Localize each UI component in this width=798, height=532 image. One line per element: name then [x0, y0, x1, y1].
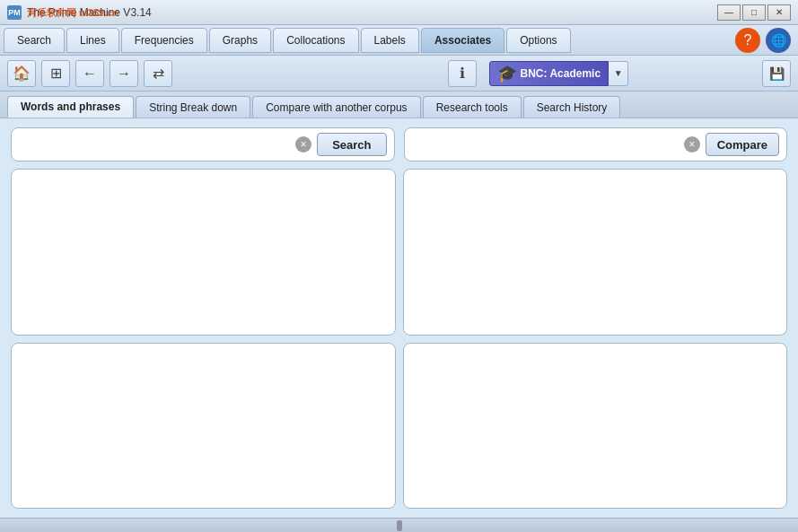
- app-icon: PM: [7, 5, 22, 20]
- menu-tab-options[interactable]: Options: [506, 28, 570, 53]
- corpus-name: BNC: Academic: [521, 67, 601, 80]
- title-bar: PM 河乐软件网 ui359.cn The Prime Machine V3.1…: [0, 0, 798, 25]
- menu-tab-frequencies[interactable]: Frequencies: [121, 28, 207, 53]
- corpus-hat-icon: 🎓: [497, 64, 517, 83]
- results-grid: [11, 169, 787, 509]
- toolbar: 🏠 ⊞ ← → ⇄ ℹ 🎓 BNC: Academic ▼ 💾: [0, 56, 798, 92]
- status-bar: [0, 518, 798, 532]
- menu-tab-associates[interactable]: Associates: [421, 28, 504, 53]
- tab-compare-corpus[interactable]: Compare with another corpus: [252, 96, 420, 118]
- result-panel-bottom-right: [403, 343, 788, 510]
- compare-input[interactable]: [412, 138, 684, 152]
- status-handle: [397, 520, 402, 531]
- help-icon-button[interactable]: ?: [735, 28, 760, 53]
- main-content: × Search × Compare: [0, 118, 798, 518]
- forward-button[interactable]: →: [110, 60, 138, 87]
- maximize-button[interactable]: □: [742, 4, 766, 21]
- back-button[interactable]: ←: [75, 60, 104, 87]
- title-bar-text: The Prime Machine V3.14: [27, 6, 717, 19]
- tab-string-breakdown[interactable]: String Break down: [136, 96, 250, 118]
- result-panel-top-left: [11, 169, 396, 336]
- result-panel-top-right: [403, 169, 788, 336]
- compare-button[interactable]: Compare: [706, 133, 779, 156]
- menu-bar: Search Lines Frequencies Graphs Collocat…: [0, 25, 798, 56]
- menu-icon-group: ? 🌐: [735, 28, 791, 53]
- watermark: 河乐软件网 ui359.cn: [27, 0, 118, 25]
- close-button[interactable]: ✕: [767, 4, 791, 21]
- home-button[interactable]: 🏠: [7, 60, 36, 87]
- menu-tab-search[interactable]: Search: [4, 28, 65, 53]
- sync-button[interactable]: ⇄: [144, 60, 172, 87]
- tab-words-phrases[interactable]: Words and phrases: [7, 96, 134, 118]
- menu-tab-lines[interactable]: Lines: [66, 28, 119, 53]
- corpus-selector: 🎓 BNC: Academic ▼: [489, 61, 754, 86]
- tab-search-history[interactable]: Search History: [523, 96, 621, 118]
- globe-icon-button[interactable]: 🌐: [766, 28, 791, 53]
- search-input[interactable]: [19, 138, 295, 152]
- menu-tab-graphs[interactable]: Graphs: [209, 28, 271, 53]
- info-button[interactable]: ℹ: [448, 60, 477, 87]
- search-clear-button[interactable]: ×: [295, 136, 311, 153]
- corpus-box: 🎓 BNC: Academic: [489, 61, 609, 86]
- result-panel-bottom-left: [11, 343, 396, 510]
- window-controls: — □ ✕: [717, 4, 791, 21]
- minimize-button[interactable]: —: [717, 4, 741, 21]
- compare-clear-button[interactable]: ×: [684, 136, 700, 153]
- tabs-bar: Words and phrases String Break down Comp…: [0, 92, 798, 118]
- search-row: × Search × Compare: [11, 127, 787, 161]
- layout-button[interactable]: ⊞: [41, 60, 70, 87]
- tab-research-tools[interactable]: Research tools: [423, 96, 522, 118]
- menu-tab-collocations[interactable]: Collocations: [273, 28, 358, 53]
- left-search-panel: × Search: [11, 127, 395, 161]
- search-button[interactable]: Search: [317, 133, 386, 156]
- menu-tab-labels[interactable]: Labels: [361, 28, 419, 53]
- right-compare-panel: × Compare: [404, 127, 788, 161]
- save-button[interactable]: 💾: [762, 60, 791, 87]
- corpus-dropdown-button[interactable]: ▼: [609, 61, 628, 86]
